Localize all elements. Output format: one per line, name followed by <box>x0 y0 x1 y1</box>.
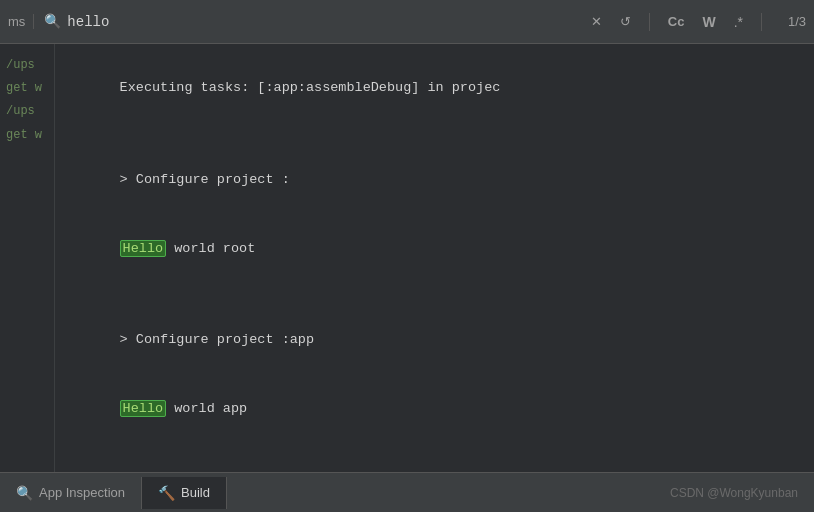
hello-highlight-2: Hello <box>120 400 167 417</box>
bottom-tabs: 🔍 App Inspection 🔨 Build CSDN @WongKyunb… <box>0 472 814 512</box>
app-inspection-label: App Inspection <box>39 485 125 500</box>
search-bar: ms 🔍 ✕ ↺ Cc W .* 1/3 <box>0 0 814 44</box>
sidebar-line-4: get w <box>0 124 54 147</box>
executing-text: Executing tasks: [:app:assembleDebug] in… <box>120 80 501 95</box>
search-divider <box>649 13 650 31</box>
sidebar-line-2: get w <box>0 77 54 100</box>
whole-word-button[interactable]: W <box>698 12 719 32</box>
tab-app-inspection[interactable]: 🔍 App Inspection <box>0 477 142 509</box>
tab-build[interactable]: 🔨 Build <box>142 477 227 509</box>
console-line-6: > Configure project :app <box>71 306 798 375</box>
console-line-4: Hello world root <box>71 215 798 284</box>
watermark: CSDN @WongKyunban <box>670 486 814 500</box>
tab-label: ms <box>8 14 34 29</box>
replace-button[interactable]: ↺ <box>616 12 635 31</box>
world-app-text: world app <box>166 401 247 416</box>
search-input[interactable] <box>67 14 580 30</box>
console-line-5 <box>71 283 798 306</box>
console-output: Executing tasks: [:app:assembleDebug] in… <box>55 44 814 472</box>
search-icon: 🔍 <box>44 13 61 30</box>
sidebar-line-3: /ups <box>0 100 54 123</box>
left-sidebar: /ups get w /ups get w <box>0 44 55 472</box>
main-area: /ups get w /ups get w Executing tasks: [… <box>0 44 814 472</box>
world-root-text: world root <box>166 241 255 256</box>
sidebar-line-1: /ups <box>0 54 54 77</box>
configure-text-1: > Configure project : <box>120 172 290 187</box>
hello-highlight-1: Hello <box>120 240 167 257</box>
match-count: 1/3 <box>776 14 806 29</box>
console-line-7: Hello world app <box>71 375 798 444</box>
console-line-1: Executing tasks: [:app:assembleDebug] in… <box>71 54 798 123</box>
console-line-2 <box>71 123 798 146</box>
case-sensitive-button[interactable]: Cc <box>664 12 689 31</box>
clear-search-button[interactable]: ✕ <box>587 12 606 31</box>
build-icon: 🔨 <box>158 485 175 501</box>
search-divider-2 <box>761 13 762 31</box>
configure-text-2: > Configure project :app <box>120 332 314 347</box>
search-actions: ✕ ↺ Cc W .* 1/3 <box>587 12 806 32</box>
console-line-3: > Configure project : <box>71 146 798 215</box>
regex-button[interactable]: .* <box>730 12 747 32</box>
app-inspection-icon: 🔍 <box>16 485 33 501</box>
build-label: Build <box>181 485 210 500</box>
